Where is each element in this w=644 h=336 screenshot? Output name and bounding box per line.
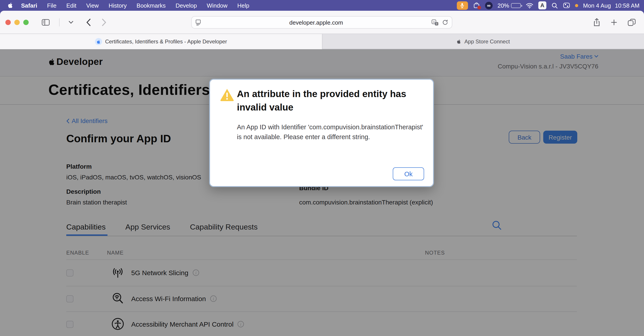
dialog-title: An attribute in the provided entity has … <box>237 87 416 114</box>
safari-window: developer.apple.com A文 <box>0 11 644 336</box>
tab-title: Certificates, Identifiers & Profiles - A… <box>105 38 227 45</box>
apple-menu-icon[interactable] <box>7 2 14 9</box>
reload-icon[interactable] <box>442 19 448 25</box>
url-text[interactable]: developer.apple.com <box>201 19 431 26</box>
safari-toolbar: developer.apple.com A文 <box>0 11 644 33</box>
control-center-icon[interactable] <box>563 2 570 8</box>
minimize-window-button[interactable] <box>14 19 20 25</box>
ok-button[interactable]: Ok <box>393 167 424 180</box>
menubar-item-file[interactable]: File <box>42 2 61 9</box>
warning-icon <box>220 89 234 102</box>
spotlight-icon[interactable] <box>551 2 558 9</box>
svg-text:文: 文 <box>435 22 438 25</box>
battery-indicator[interactable]: 20% <box>498 2 521 9</box>
menubar-clock[interactable]: Mon 4 Aug 10:58 AM <box>583 2 640 9</box>
menubar-item-help[interactable]: Help <box>232 2 254 9</box>
zoom-window-button[interactable] <box>23 19 29 25</box>
screen: Safari File Edit View History Bookmarks … <box>0 0 644 336</box>
battery-percent: 20% <box>498 2 509 9</box>
app-with-notification-icon[interactable] <box>473 2 480 9</box>
menubar-item-window[interactable]: Window <box>202 2 232 9</box>
forward-button[interactable] <box>102 18 106 26</box>
reader-view-icon[interactable] <box>195 19 201 25</box>
address-bar[interactable]: developer.apple.com A文 <box>191 16 452 29</box>
status-dot <box>575 4 578 7</box>
creative-cloud-icon[interactable]: ∞ <box>485 1 493 9</box>
webpage-content: Developer Saab Fares Compu-Vision s.a.r.… <box>0 49 644 336</box>
close-window-button[interactable] <box>5 19 11 25</box>
menubar-item-safari[interactable]: Safari <box>16 2 42 9</box>
menubar-item-view[interactable]: View <box>81 2 104 9</box>
dialog-message: An App ID with Identifier 'com.compuvisi… <box>237 122 430 142</box>
menubar-item-edit[interactable]: Edit <box>61 2 81 9</box>
share-icon[interactable] <box>593 18 600 27</box>
microphone-active-icon[interactable] <box>457 1 468 10</box>
tab-overview-icon[interactable] <box>628 18 636 26</box>
sidebar-toggle-icon[interactable] <box>41 18 50 26</box>
menubar-date: Mon 4 Aug <box>583 2 611 9</box>
macos-menubar: Safari File Edit View History Bookmarks … <box>0 0 644 11</box>
menubar-time: 10:58 AM <box>615 2 640 9</box>
menubar-item-develop[interactable]: Develop <box>171 2 202 9</box>
toolbar-divider <box>59 18 60 26</box>
error-dialog: An attribute in the provided entity has … <box>209 79 434 187</box>
wifi-icon[interactable] <box>526 2 534 8</box>
tab-title: App Store Connect <box>464 38 510 44</box>
translate-icon[interactable]: A文 <box>431 19 439 26</box>
apple-favicon <box>456 39 461 44</box>
tab-app-store-connect[interactable]: App Store Connect <box>322 34 644 49</box>
notification-badge <box>478 6 481 9</box>
apple-developer-favicon <box>95 38 102 45</box>
menubar-item-bookmarks[interactable]: Bookmarks <box>132 2 171 9</box>
menubar-menus: Safari File Edit View History Bookmarks … <box>4 2 254 9</box>
tab-bar: Certificates, Identifiers & Profiles - A… <box>0 33 644 49</box>
menubar-status: ∞ 20% A Mon 4 Aug 10:58 AM <box>457 1 640 10</box>
back-button[interactable] <box>86 18 91 26</box>
input-source-icon[interactable]: A <box>538 1 546 9</box>
battery-icon <box>511 3 521 8</box>
svg-text:A: A <box>433 20 435 23</box>
new-tab-icon[interactable] <box>610 18 618 26</box>
tab-certificates[interactable]: Certificates, Identifiers & Profiles - A… <box>0 34 322 49</box>
menubar-item-history[interactable]: History <box>104 2 132 9</box>
sidebar-chevron-icon[interactable] <box>68 20 74 24</box>
window-controls <box>5 19 29 25</box>
